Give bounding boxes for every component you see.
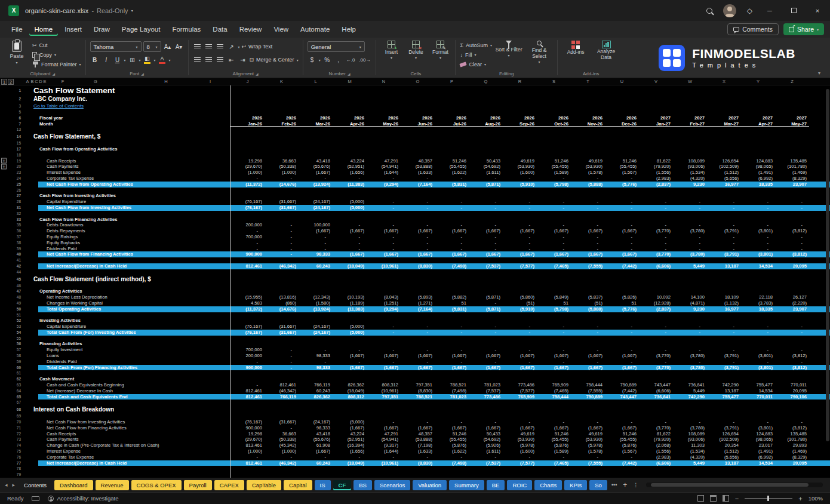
cell-r19-c6[interactable]: 48,357 xyxy=(401,158,435,164)
row-label[interactable]: Equity Buybacks xyxy=(24,240,230,246)
cell-r42-c17[interactable]: 20,095 xyxy=(775,263,809,269)
user-avatar[interactable] xyxy=(723,4,736,17)
cell-r76-c17[interactable]: (8,329) xyxy=(775,454,809,460)
cell-r63-c17[interactable]: 770,011 xyxy=(775,382,809,388)
cell-r24-c6[interactable]: - xyxy=(401,176,435,182)
cell-r60-c11[interactable]: (1,667) xyxy=(571,365,605,371)
cell-r57-c16[interactable]: - xyxy=(741,347,775,353)
cell-r35-c14[interactable]: - xyxy=(673,222,707,228)
cell-r53-c11[interactable]: - xyxy=(571,324,605,330)
cell-r36-c8[interactable]: (1,667) xyxy=(469,228,503,234)
toc-link-text[interactable]: Go to Table of Contents xyxy=(33,103,84,109)
cell-r37-c10[interactable]: - xyxy=(537,234,571,240)
row-number-72[interactable]: 72 xyxy=(8,431,24,437)
cell-r49-c7[interactable]: 51 xyxy=(435,300,469,306)
cell-r53-c17[interactable]: - xyxy=(775,324,809,330)
cell-r77-c13[interactable]: (6,606) xyxy=(639,460,673,466)
cell-r71-c10[interactable]: (1,667) xyxy=(537,425,571,431)
cell-r76-c10[interactable]: - xyxy=(537,454,571,460)
cell-r74-c8[interactable]: (5,926) xyxy=(469,442,503,448)
cell-r70-c6[interactable]: - xyxy=(401,419,435,425)
cell-r25-c6[interactable]: (7,164) xyxy=(401,182,435,188)
row-label[interactable]: Cash Flow from Investing Activities xyxy=(24,193,230,199)
cell-r54-c13[interactable]: - xyxy=(639,330,673,336)
cell-r54-c11[interactable]: - xyxy=(571,330,605,336)
cell-r42-c16[interactable]: 14,534 xyxy=(741,263,775,269)
cell-r74-c17[interactable]: 29,893 xyxy=(775,442,809,448)
row-number-15[interactable]: 15 xyxy=(8,140,24,146)
cell-r63-c15[interactable]: 742,290 xyxy=(707,382,741,388)
cell-r40-c11[interactable]: (1,667) xyxy=(571,251,605,257)
cell-r59-c17[interactable]: - xyxy=(775,359,809,365)
cell-r57-c3[interactable]: - xyxy=(299,347,333,353)
cell-r19-c14[interactable]: 108,089 xyxy=(673,158,707,164)
cell-r64-c12[interactable]: (7,442) xyxy=(605,388,639,394)
cell-r25-c5[interactable]: (9,294) xyxy=(367,182,401,188)
row-label[interactable]: Net (Increase) Decrease In Cash xyxy=(24,388,230,394)
cell-r28-c3[interactable]: (24,167) xyxy=(299,199,333,205)
cell-r73-c15[interactable]: (102,509) xyxy=(707,437,741,442)
cell-r24-c12[interactable]: - xyxy=(605,176,639,182)
cell-r77-c17[interactable]: 20,095 xyxy=(775,460,809,466)
cell-r48-c14[interactable]: 14,100 xyxy=(673,294,707,300)
row-number-2[interactable]: 2 xyxy=(8,96,24,103)
row-label[interactable]: Equity Raisings xyxy=(24,234,230,240)
row-label[interactable]: Net Cash Flow from Investing Activities xyxy=(24,419,230,425)
column-header-K[interactable]: K xyxy=(280,79,283,84)
cell-r38-c15[interactable]: - xyxy=(707,240,741,246)
cell-r38-c6[interactable]: - xyxy=(401,240,435,246)
cell-r24-c9[interactable]: - xyxy=(503,176,537,182)
sheet-tab-capex[interactable]: CAPEX xyxy=(214,480,244,490)
cell-r36-c4[interactable]: (1,667) xyxy=(333,228,367,234)
sheet-tab-bs[interactable]: BS xyxy=(353,480,372,490)
cell-r77-c2[interactable]: (46,342) xyxy=(265,460,299,466)
font-name-select[interactable]: Tahoma▾ xyxy=(90,41,142,52)
cell-r48-c7[interactable]: (5,882) xyxy=(435,294,469,300)
cell-r20-c10[interactable]: (55,455) xyxy=(537,164,571,170)
cell-r54-c14[interactable]: - xyxy=(673,330,707,336)
cell-r57-c10[interactable]: - xyxy=(537,347,571,353)
row-number-74[interactable]: 74 xyxy=(8,442,24,448)
table-of-contents-link[interactable]: Go to Table of Contents xyxy=(24,103,230,109)
cell-r31-c5[interactable]: - xyxy=(367,205,401,211)
cell-r54-c2[interactable]: (31,667) xyxy=(265,330,299,336)
cell-r58-c11[interactable]: (1,667) xyxy=(571,353,605,359)
cell-r37-c13[interactable]: - xyxy=(639,234,673,240)
row-label[interactable]: Total Cash and Cash Equivalents End xyxy=(24,394,230,400)
cell-r38-c5[interactable]: - xyxy=(367,240,401,246)
column-header-W[interactable]: W xyxy=(688,79,692,84)
cell-r57-c5[interactable]: - xyxy=(367,347,401,353)
cell-r49-c17[interactable]: (2,220) xyxy=(775,300,809,306)
cell-r59-c16[interactable]: - xyxy=(741,359,775,365)
cell-r50-c2[interactable]: (14,676) xyxy=(265,306,299,312)
cell-r75-c7[interactable]: (1,622) xyxy=(435,448,469,454)
cell-r6-c5[interactable]: 2026 xyxy=(367,115,401,121)
cell-r42-c13[interactable]: (6,606) xyxy=(639,263,673,269)
cell-r53-c15[interactable]: - xyxy=(707,324,741,330)
cell-r64-c2[interactable]: (46,342) xyxy=(265,388,299,394)
cell-r48-c17[interactable]: 26,127 xyxy=(775,294,809,300)
cell-r23-c17[interactable]: (1,469) xyxy=(775,170,809,176)
cell-r23-c10[interactable]: (1,589) xyxy=(537,170,571,176)
cell-r38-c3[interactable]: - xyxy=(299,240,333,246)
cell-r71-c13[interactable]: (3,770) xyxy=(639,425,673,431)
cell-r75-c14[interactable]: (1,534) xyxy=(673,448,707,454)
cell-r70-c13[interactable]: - xyxy=(639,419,673,425)
row-label[interactable]: Cash Payments xyxy=(24,437,230,442)
cell-r59-c9[interactable]: - xyxy=(503,359,537,365)
cell-r35-c16[interactable]: - xyxy=(741,222,775,228)
cell-r31-c10[interactable]: - xyxy=(537,205,571,211)
cell-r75-c1[interactable]: (1,000) xyxy=(230,448,265,454)
decrease-indent-button[interactable]: ⇤ xyxy=(227,55,236,65)
cell-r40-c8[interactable]: (1,667) xyxy=(469,251,503,257)
cell-r57-c9[interactable]: - xyxy=(503,347,537,353)
cell-r70-c9[interactable]: - xyxy=(503,419,537,425)
row-number-6[interactable]: 6 xyxy=(8,115,24,121)
cell-r76-c11[interactable]: - xyxy=(571,454,605,460)
cell-r64-c8[interactable]: (7,537) xyxy=(469,388,503,394)
cell-r37-c5[interactable]: - xyxy=(367,234,401,240)
addins-button[interactable]: Add-ins xyxy=(562,41,589,56)
cell-r57-c12[interactable]: - xyxy=(605,347,639,353)
cell-r7-c8[interactable]: Aug-26 xyxy=(469,121,503,127)
cell-r7-c11[interactable]: Nov-26 xyxy=(571,121,605,127)
